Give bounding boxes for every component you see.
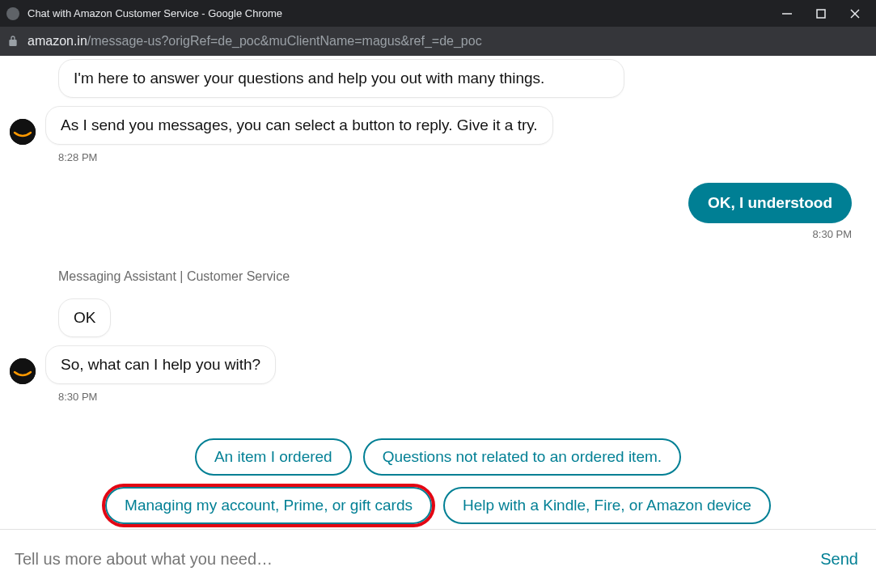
timestamp: 8:30 PM	[58, 391, 866, 403]
window-controls	[779, 6, 870, 22]
window-titlebar: Chat with Amazon Customer Service - Goog…	[0, 0, 876, 27]
chat-input[interactable]	[15, 550, 817, 569]
svg-rect-1	[817, 10, 825, 18]
send-button[interactable]: Send	[817, 545, 861, 573]
window-minimize-button[interactable]	[779, 6, 795, 22]
url-path: /message-us?origRef=de_poc&muClientName=…	[87, 34, 482, 49]
bot-message: As I send you messages, you can select a…	[45, 106, 553, 145]
chat-input-area: Send	[0, 529, 876, 588]
bot-avatar	[10, 119, 36, 145]
svg-point-4	[10, 119, 36, 145]
bot-message: I'm here to answer your questions and he…	[58, 59, 624, 98]
lock-icon	[6, 35, 19, 48]
option-questions-not-related[interactable]: Questions not related to an ordered item…	[363, 438, 681, 476]
option-an-item-i-ordered[interactable]: An item I ordered	[195, 438, 352, 476]
bot-avatar	[10, 358, 36, 384]
user-message: OK, I understood	[688, 183, 852, 223]
bot-message: So, what can I help you with?	[45, 345, 276, 384]
address-bar[interactable]: amazon.in/message-us?origRef=de_poc&muCl…	[0, 27, 876, 56]
window-close-button[interactable]	[847, 6, 863, 22]
bot-message: OK	[58, 298, 111, 337]
sender-label: Messaging Assistant | Customer Service	[58, 269, 866, 284]
timestamp: 8:28 PM	[58, 151, 866, 163]
option-help-kindle-fire[interactable]: Help with a Kindle, Fire, or Amazon devi…	[443, 487, 771, 524]
option-managing-my-account[interactable]: Managing my account, Prime, or gift card…	[105, 487, 432, 524]
window-title: Chat with Amazon Customer Service - Goog…	[28, 7, 779, 19]
timestamp: 8:30 PM	[10, 228, 866, 240]
quick-reply-options: An item I ordered Questions not related …	[10, 438, 866, 529]
svg-point-5	[10, 358, 36, 384]
window-maximize-button[interactable]	[813, 6, 829, 22]
url-domain: amazon.in	[28, 34, 87, 49]
chat-area: I'm here to answer your questions and he…	[0, 56, 876, 529]
app-icon	[6, 7, 19, 20]
